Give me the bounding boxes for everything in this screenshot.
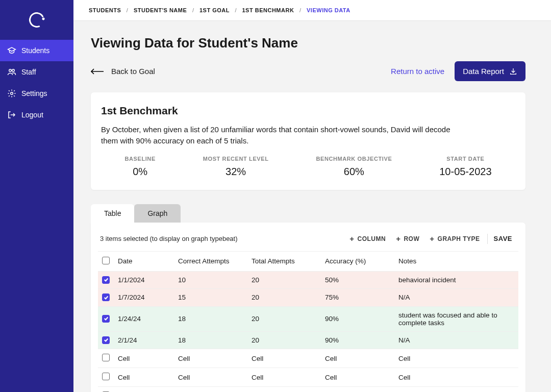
plus-icon: +: [349, 235, 354, 242]
table-cell[interactable]: N/A: [394, 289, 518, 307]
table-cell[interactable]: 10: [174, 271, 247, 289]
sidebar-item-label: Staff: [21, 68, 36, 76]
table-cell[interactable]: 20: [247, 306, 321, 331]
table-cell[interactable]: 18: [174, 331, 247, 349]
add-row-button[interactable]: + ROW: [391, 235, 424, 242]
column-header[interactable]: Total Attempts: [247, 252, 321, 272]
table-cell[interactable]: 15: [174, 289, 247, 307]
breadcrumb-item[interactable]: 1ST BENCHMARK: [242, 7, 294, 13]
table-cell[interactable]: 90%: [321, 306, 394, 331]
breadcrumb-separator: /: [235, 7, 237, 13]
benchmark-card: 1st Benchmark By October, when given a l…: [91, 92, 525, 190]
table-cell[interactable]: Cell: [321, 349, 394, 368]
sidebar: Students Staff Settings Logout: [0, 0, 73, 392]
table-row: CellCellCellCellCell: [98, 387, 518, 393]
back-to-goal-link[interactable]: Back to Goal: [91, 67, 155, 76]
table-cell[interactable]: 1/24/24: [114, 306, 174, 331]
data-table: Date Correct Attempts Total Attempts Acc…: [98, 252, 518, 393]
table-cell[interactable]: 50%: [321, 271, 394, 289]
row-checkbox[interactable]: [102, 276, 110, 284]
table-cell[interactable]: Cell: [321, 368, 394, 387]
view-tabs: Table Graph: [91, 204, 525, 223]
table-cell[interactable]: 2/1/24: [114, 331, 174, 349]
table-row: 2/1/24182090%N/A: [98, 331, 518, 349]
table-cell[interactable]: Cell: [394, 349, 518, 368]
table-cell[interactable]: Cell: [394, 368, 518, 387]
table-toolbar: 3 items selected (to display on graph ty…: [98, 234, 518, 252]
plus-icon: +: [430, 235, 434, 242]
data-report-button[interactable]: Data Report: [455, 61, 525, 81]
column-header[interactable]: Date: [114, 252, 174, 272]
data-table-card: 3 items selected (to display on graph ty…: [91, 223, 525, 393]
table-row: CellCellCellCellCell: [98, 349, 518, 368]
column-header[interactable]: Notes: [394, 252, 518, 272]
table-cell[interactable]: 18: [174, 306, 247, 331]
row-checkbox[interactable]: [102, 315, 110, 323]
column-header[interactable]: Correct Attempts: [174, 252, 247, 272]
stat-block: BASELINE0%: [124, 156, 155, 178]
sidebar-item-label: Logout: [21, 111, 43, 119]
row-checkbox[interactable]: [102, 373, 110, 380]
row-checkbox[interactable]: [102, 293, 110, 301]
table-cell[interactable]: Cell: [174, 387, 247, 393]
table-row: CellCellCellCellCell: [98, 368, 518, 387]
return-to-active-link[interactable]: Return to active: [391, 67, 444, 76]
table-row: 1/1/2024102050%behavioral incident: [98, 271, 518, 289]
benchmark-title: 1st Benchmark: [101, 105, 515, 117]
table-cell[interactable]: Cell: [114, 349, 174, 368]
data-report-label: Data Report: [463, 67, 504, 76]
selection-status: 3 items selected (to display on graph ty…: [100, 235, 238, 242]
add-graph-type-label: GRAPH TYPE: [438, 235, 480, 242]
table-cell[interactable]: student was focused and able to complete…: [394, 306, 518, 331]
select-all-checkbox[interactable]: [102, 257, 110, 264]
table-cell[interactable]: Cell: [114, 387, 174, 393]
add-column-button[interactable]: + COLUMN: [344, 235, 391, 242]
table-cell[interactable]: Cell: [174, 368, 247, 387]
svg-point-1: [12, 69, 15, 72]
svg-point-2: [11, 92, 13, 95]
table-cell[interactable]: Cell: [247, 368, 321, 387]
table-cell[interactable]: N/A: [394, 331, 518, 349]
logout-icon: [7, 110, 16, 119]
gear-icon: [7, 89, 16, 98]
stat-block: START DATE10-05-2023: [439, 156, 491, 178]
table-cell[interactable]: 75%: [321, 289, 394, 307]
table-cell[interactable]: 20: [247, 331, 321, 349]
save-button[interactable]: SAVE: [490, 235, 516, 242]
sidebar-item-logout[interactable]: Logout: [0, 104, 73, 126]
sidebar-item-settings[interactable]: Settings: [0, 83, 73, 104]
toolbar-separator: [487, 234, 488, 244]
breadcrumb-item[interactable]: STUDENT'S NAME: [134, 7, 187, 13]
table-cell[interactable]: 20: [247, 289, 321, 307]
tab-table[interactable]: Table: [91, 204, 134, 223]
table-cell[interactable]: Cell: [174, 349, 247, 368]
table-cell[interactable]: Cell: [114, 368, 174, 387]
stat-block: MOST RECENT LEVEL32%: [203, 156, 269, 178]
table-cell[interactable]: Cell: [247, 387, 321, 393]
page-title: Viewing Data for Student's Name: [91, 35, 525, 51]
back-link-label: Back to Goal: [111, 67, 155, 76]
table-cell[interactable]: Cell: [247, 349, 321, 368]
breadcrumb-separator: /: [127, 7, 129, 13]
table-cell[interactable]: 90%: [321, 331, 394, 349]
add-graph-type-button[interactable]: + GRAPH TYPE: [424, 235, 485, 242]
table-cell[interactable]: Cell: [321, 387, 394, 393]
benchmark-description: By October, when given a list of 20 unfa…: [101, 124, 458, 146]
row-checkbox[interactable]: [102, 336, 110, 344]
sidebar-item-students[interactable]: Students: [0, 40, 73, 61]
table-cell[interactable]: 1/7/2024: [114, 289, 174, 307]
column-header[interactable]: Accuracy (%): [321, 252, 394, 272]
logo-box: [0, 0, 73, 40]
breadcrumb-item[interactable]: STUDENTS: [89, 7, 121, 13]
table-cell[interactable]: 1/1/2024: [114, 271, 174, 289]
tab-graph[interactable]: Graph: [134, 204, 181, 223]
table-cell[interactable]: behavioral incident: [394, 271, 518, 289]
sidebar-item-label: Settings: [21, 89, 47, 97]
table-cell[interactable]: Cell: [394, 387, 518, 393]
breadcrumb-item[interactable]: 1ST GOAL: [199, 7, 230, 13]
row-checkbox[interactable]: [102, 354, 110, 361]
stat-value: 10-05-2023: [439, 166, 491, 178]
graduation-cap-icon: [7, 46, 16, 55]
sidebar-item-staff[interactable]: Staff: [0, 61, 73, 83]
table-cell[interactable]: 20: [247, 271, 321, 289]
